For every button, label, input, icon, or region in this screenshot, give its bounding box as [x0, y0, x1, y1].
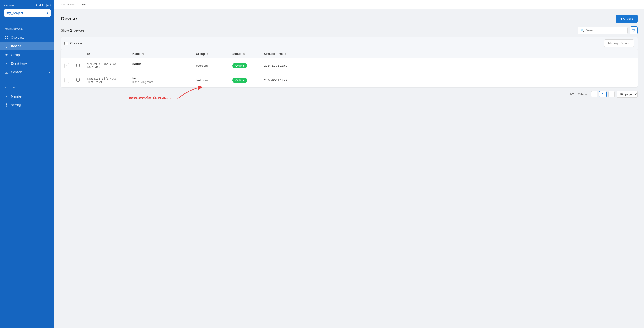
status-badge-row1: Online: [232, 63, 247, 68]
sidebar-divider-setting: [4, 80, 51, 80]
expand-button-row1[interactable]: ›: [64, 63, 69, 68]
svg-rect-4: [5, 45, 8, 47]
add-project-button[interactable]: + Add Project: [33, 3, 51, 8]
workspace-nav: Overview Device Group Event Hook: [0, 31, 54, 78]
row2-check: [73, 73, 83, 88]
pagination-info: 1-2 of 2 items: [570, 93, 588, 96]
breadcrumb-current: device: [79, 3, 88, 6]
content-area: Device + Create Show 2 devices 🔍 ▽: [54, 9, 644, 328]
table-wrapper: ID Name ⇅ Group ⇅ Status ⇅: [61, 49, 638, 87]
row1-id: d698d93b-3aaa-45ac-b3c1-d1efdf...: [83, 58, 129, 73]
th-created-time: Created Time ⇅: [260, 49, 638, 58]
console-icon: [4, 70, 9, 74]
project-name: my_project: [6, 11, 24, 15]
setting-nav: Member Setting: [0, 90, 54, 111]
expand-button-row2[interactable]: ›: [64, 78, 69, 83]
svg-point-6: [7, 54, 8, 55]
th-group: Group ⇅: [192, 49, 229, 58]
project-selector[interactable]: my_project ▾: [4, 9, 51, 17]
filter-icon: ▽: [632, 28, 635, 33]
check-all-label: Check all: [70, 41, 83, 45]
sidebar-item-label-member: Member: [11, 95, 22, 98]
sidebar-item-label-device: Device: [11, 44, 21, 48]
chevron-down-icon-console: ▾: [48, 71, 50, 74]
svg-point-5: [6, 54, 6, 55]
sort-icon-group[interactable]: ⇅: [207, 53, 208, 55]
grid-icon: [4, 36, 9, 40]
gear-icon: [4, 103, 9, 107]
row2-name: lamp in the living room: [129, 73, 192, 88]
sidebar-item-setting[interactable]: Setting: [0, 101, 54, 109]
table-row: › c4555162-5df5-4dcc-977f-7d596... lamp …: [61, 73, 638, 88]
toolbar: Show 2 devices 🔍 ▽: [61, 26, 638, 34]
svg-rect-0: [5, 36, 6, 37]
topbar: my_project / device: [54, 0, 644, 9]
sidebar-divider-workspace: [4, 21, 51, 21]
row2-checkbox[interactable]: [76, 78, 80, 82]
table-row: › d698d93b-3aaa-45ac-b3c1-d1efdf... swit…: [61, 58, 638, 73]
sidebar-item-overview[interactable]: Overview: [0, 33, 54, 42]
search-filter-area: 🔍 ▽: [578, 26, 638, 34]
breadcrumb-separator: /: [77, 3, 78, 6]
sort-icon-status[interactable]: ⇅: [243, 53, 245, 55]
sidebar-item-group[interactable]: Group: [0, 51, 54, 59]
per-page-select[interactable]: 10 / page: [616, 91, 638, 98]
breadcrumb-project[interactable]: my_project: [61, 3, 76, 6]
sidebar-item-label-setting: Setting: [11, 103, 21, 107]
sort-icon-time[interactable]: ⇅: [284, 53, 286, 55]
pagination: 1-2 of 2 items ‹ 1 › 10 / page: [61, 87, 638, 98]
workspace-section-label: WORKSPACE: [0, 23, 54, 31]
row1-expand: ›: [61, 58, 73, 73]
sidebar-item-event-hook[interactable]: Event Hook: [0, 59, 54, 68]
svg-rect-1: [7, 36, 8, 37]
project-section: PROJECT + Add Project: [0, 0, 54, 8]
search-input[interactable]: [586, 29, 625, 32]
setting-section-label: SETTING: [0, 82, 54, 90]
row1-checkbox[interactable]: [76, 64, 80, 67]
table-header: ID Name ⇅ Group ⇅ Status ⇅: [61, 49, 638, 58]
row1-time: 2024-11-01 13:53: [260, 58, 638, 73]
manage-device-button[interactable]: Manage Device: [604, 39, 634, 47]
sort-icon-name[interactable]: ⇅: [142, 53, 144, 55]
sidebar-item-console[interactable]: Console ▾: [0, 68, 54, 76]
check-all-left: Check all: [64, 41, 83, 45]
page-1-button[interactable]: 1: [599, 91, 606, 97]
row2-time: 2024-10-31 13:49: [260, 73, 638, 88]
show-label: Show: [61, 29, 69, 32]
sidebar-item-label-event-hook: Event Hook: [11, 62, 27, 65]
table-body: › d698d93b-3aaa-45ac-b3c1-d1efdf... swit…: [61, 58, 638, 88]
svg-rect-8: [5, 71, 8, 73]
status-badge-row2: Online: [232, 78, 247, 83]
prev-page-button[interactable]: ‹: [591, 91, 598, 97]
breadcrumb: my_project / device: [61, 3, 88, 6]
row1-name: switch -: [129, 58, 192, 73]
row2-id: c4555162-5df5-4dcc-977f-7d596...: [83, 73, 129, 88]
th-id: ID: [83, 49, 129, 58]
sidebar-item-label-group: Group: [11, 53, 20, 57]
sidebar-item-member[interactable]: Member: [0, 92, 54, 101]
project-section-label: PROJECT: [4, 4, 17, 7]
next-page-button[interactable]: ›: [608, 91, 615, 97]
th-name: Name ⇅: [129, 49, 192, 58]
sidebar: PROJECT + Add Project my_project ▾ WORKS…: [0, 0, 54, 328]
th-status: Status ⇅: [229, 49, 260, 58]
chevron-down-icon: ▾: [47, 11, 48, 15]
event-icon: [4, 61, 9, 66]
check-all-checkbox[interactable]: [64, 42, 68, 45]
sidebar-item-device[interactable]: Device: [0, 42, 54, 51]
page-header: Device + Create: [61, 15, 638, 23]
group-icon: [4, 53, 9, 57]
sidebar-item-label-overview: Overview: [11, 36, 24, 39]
device-count: 2: [70, 29, 72, 33]
create-button[interactable]: + Create: [616, 15, 638, 23]
th-expand: [61, 49, 73, 58]
device-table: ID Name ⇅ Group ⇅ Status ⇅: [61, 49, 638, 87]
row1-check: [73, 58, 83, 73]
device-count-label: Show 2 devices: [61, 29, 84, 33]
search-box[interactable]: 🔍: [578, 27, 628, 34]
filter-button[interactable]: ▽: [630, 26, 638, 34]
main-content: my_project / device Device + Create Show…: [54, 0, 644, 328]
devices-label: devices: [74, 29, 84, 32]
svg-point-10: [6, 105, 7, 106]
check-all-row: Check all Manage Device: [61, 37, 638, 49]
